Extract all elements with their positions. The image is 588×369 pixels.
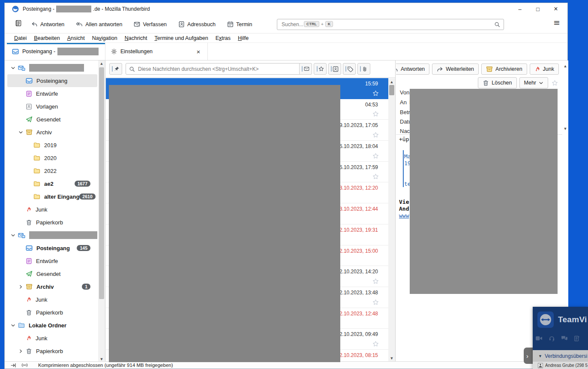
filter-tag-button[interactable]	[343, 63, 356, 75]
folder-row-junk[interactable]: Junk	[7, 203, 97, 216]
menu-navigation[interactable]: Navigation	[92, 35, 117, 41]
star-icon[interactable]	[372, 341, 379, 347]
star-message-button[interactable]	[551, 77, 559, 88]
toolbar-button-verfassen[interactable]: Verfassen	[134, 21, 167, 27]
toolbar-button-antworten[interactable]: Antworten	[31, 21, 64, 27]
reading-pane-scrollbar[interactable]: ▲ ▼	[562, 63, 568, 132]
folder-row-alter-eingang[interactable]: alter Eingang2610	[7, 190, 97, 203]
folder-row-archiv[interactable]: Archiv1	[7, 280, 97, 293]
menu-ansicht[interactable]: Ansicht	[67, 35, 85, 41]
message-search[interactable]	[126, 63, 304, 75]
folder-row-gesendet[interactable]: Gesendet	[7, 113, 97, 126]
star-icon[interactable]	[372, 90, 379, 97]
chevron-slot[interactable]	[12, 66, 18, 70]
folder-row-gesendet[interactable]: Gesendet	[7, 267, 97, 280]
löschen-button[interactable]: Löschen	[478, 77, 516, 88]
online-status-icon[interactable]	[21, 363, 28, 368]
chevron-slot[interactable]	[19, 349, 26, 354]
tab-posteingang[interactable]: Posteingang -	[7, 43, 105, 60]
chevron-slot[interactable]	[19, 284, 26, 289]
quick-filter-pin-button[interactable]	[109, 63, 122, 75]
scroll-down-icon[interactable]: ▼	[388, 355, 395, 361]
folder-row-papierkorb[interactable]: Papierkorb	[7, 306, 97, 319]
folder-row-2022[interactable]: 2022	[7, 164, 97, 177]
folder-row-papierkorb[interactable]: Papierkorb	[7, 216, 97, 229]
account-row[interactable]	[7, 61, 97, 74]
tab-close-icon[interactable]: ×	[195, 48, 202, 55]
menu-termine-und-aufgaben[interactable]: Termine und Aufgaben	[155, 35, 208, 41]
toolbar-button-termin[interactable]: Termin	[227, 21, 252, 27]
scrollbar-thumb[interactable]	[389, 85, 394, 95]
message-list-scrollbar[interactable]: ▲ ▼	[388, 78, 395, 362]
connection-list-item[interactable]: Andreas Grube (298 5	[533, 362, 588, 369]
filter-attachment-button[interactable]	[357, 63, 370, 75]
folder-row-lokale-ordner[interactable]: Lokale Ordner	[7, 319, 97, 332]
menu-extras[interactable]: Extras	[216, 35, 231, 41]
chevron-slot[interactable]	[12, 233, 18, 238]
folder-row-junk[interactable]: Junk	[7, 332, 97, 345]
minimize-button[interactable]: –	[511, 3, 529, 15]
goto-icon[interactable]	[11, 363, 16, 368]
folder-row-junk[interactable]: Junk	[7, 293, 97, 306]
scroll-up-icon[interactable]: ▲	[388, 79, 395, 85]
folder-row-2020[interactable]: 2020	[7, 151, 97, 164]
message-search-input[interactable]	[126, 64, 303, 74]
folder-row-papierkorb[interactable]: Papierkorb	[7, 345, 97, 357]
folder-row-entwürfe[interactable]: Entwürfe	[7, 87, 97, 100]
folder-row-posteingang[interactable]: Posteingang	[7, 74, 97, 87]
folder-row-2019[interactable]: 2019	[7, 139, 97, 151]
folder-pane-scrollbar[interactable]: ▲ ▼	[98, 60, 105, 362]
folder-label: Gesendet	[36, 116, 60, 123]
scrollbar-thumb[interactable]	[99, 67, 104, 299]
menu-bearbeiten[interactable]: Bearbeiten	[34, 35, 60, 41]
star-icon[interactable]	[372, 132, 379, 138]
menu-nachricht[interactable]: Nachricht	[125, 35, 147, 41]
star-icon[interactable]	[372, 299, 379, 305]
notes-icon[interactable]	[574, 336, 580, 342]
account-row[interactable]	[7, 229, 97, 242]
archive-icon	[26, 283, 33, 290]
junk-button[interactable]: Junk	[530, 64, 559, 75]
global-search[interactable]: CTRL+K	[277, 19, 504, 30]
folder-row-vorlagen[interactable]: Vorlagen	[7, 100, 97, 113]
archivieren-button[interactable]: Archivieren	[481, 64, 527, 75]
chat-icon[interactable]	[561, 336, 568, 341]
chevron-slot[interactable]	[12, 323, 18, 328]
folder-icon	[33, 154, 40, 161]
star-icon[interactable]	[372, 111, 379, 117]
folder-icon	[33, 142, 40, 148]
filter-star-button[interactable]	[314, 63, 327, 75]
folder-row-archiv[interactable]: Archiv	[7, 126, 97, 139]
titlebar[interactable]: Posteingang - .de - Mozilla Thunderbird …	[5, 3, 567, 15]
scroll-up-icon[interactable]: ▲	[562, 63, 568, 69]
spaces-toolbar-icon[interactable]	[15, 20, 22, 27]
toolbar-button-adressbuch[interactable]: Adressbuch	[178, 21, 216, 27]
menu-hilfe[interactable]: Hilfe	[238, 35, 249, 41]
menu-datei[interactable]: Datei	[14, 35, 27, 41]
filter-contact-button[interactable]	[328, 63, 341, 75]
star-icon[interactable]	[372, 153, 379, 159]
chevron-slot[interactable]	[19, 130, 26, 135]
mehr-button[interactable]: Mehr	[519, 77, 548, 88]
connection-overview-header[interactable]: ▼ Verbindungsübersi	[533, 350, 588, 362]
star-icon[interactable]	[372, 173, 379, 180]
tab-einstellungen[interactable]: Einstellungen ×	[106, 43, 208, 60]
video-icon[interactable]	[535, 336, 543, 341]
close-button[interactable]: ×	[547, 3, 565, 15]
scroll-down-icon[interactable]: ▼	[562, 126, 568, 132]
body-link[interactable]: www	[399, 212, 409, 219]
folder-row-ae2[interactable]: ae21677	[7, 177, 97, 190]
folder-row-posteingang[interactable]: Posteingang145	[7, 242, 97, 254]
filter-unread-button[interactable]	[299, 63, 312, 75]
scroll-up-icon[interactable]: ▲	[98, 60, 105, 67]
weiterleiten-button[interactable]: Weiterleiten	[432, 64, 479, 75]
folder-row-entwürfe[interactable]: Entwürfe	[7, 254, 97, 267]
antworten-button[interactable]: Antworten	[396, 64, 429, 75]
maximize-button[interactable]: □	[529, 3, 547, 15]
toolbar-button-allen-antworten[interactable]: Allen antworten	[76, 21, 122, 27]
star-icon[interactable]	[372, 278, 379, 284]
audio-icon[interactable]	[549, 335, 555, 342]
folder-label: Gesendet	[36, 271, 60, 277]
app-menu-icon[interactable]: ≡	[551, 18, 562, 27]
search-icon	[494, 21, 500, 27]
